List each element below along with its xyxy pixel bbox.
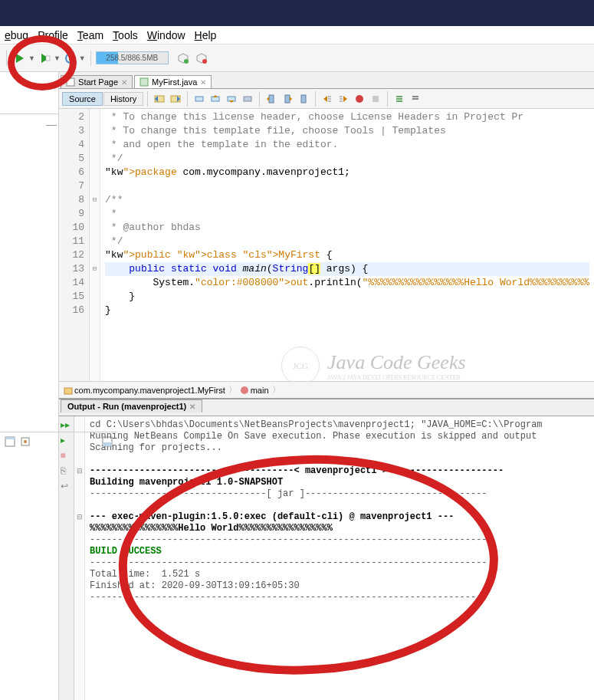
tab-start-page[interactable]: Start Page ✕	[61, 75, 133, 88]
code-content[interactable]: * To change this license header, choose …	[100, 109, 594, 381]
method-icon	[240, 386, 249, 395]
nav-fwd-icon[interactable]	[168, 91, 183, 107]
output-fold-gutter[interactable]: ⊟⊟	[74, 416, 85, 700]
svg-marker-0	[16, 54, 24, 63]
left-sidebar: —	[0, 72, 59, 700]
page-icon	[66, 77, 75, 87]
output-tab[interactable]: Output - Run (mavenproject1) ✕	[61, 399, 202, 412]
svg-rect-8	[5, 437, 15, 439]
svg-marker-26	[267, 97, 269, 101]
profile-button[interactable]	[62, 50, 79, 67]
java-file-icon	[139, 77, 149, 87]
svg-rect-27	[285, 95, 290, 103]
macro-stop-icon[interactable]	[368, 91, 383, 107]
svg-point-38	[356, 95, 363, 103]
tab-myfirst-java[interactable]: MyFirst.java ✕	[134, 75, 212, 88]
svg-point-6	[202, 59, 207, 64]
line-number-gutter: 2345678910111213141516	[59, 109, 90, 381]
svg-rect-12	[103, 442, 112, 446]
menu-bar: ebug Profile Team Tools Window Help	[0, 26, 594, 44]
svg-rect-29	[301, 95, 306, 103]
svg-rect-39	[372, 96, 379, 102]
code-editor[interactable]: 2345678910111213141516 ⊟⊟ * To change th…	[59, 109, 594, 381]
svg-rect-2	[46, 56, 50, 61]
wrap-icon[interactable]: ↩	[61, 481, 73, 493]
output-toolbar: ▸▸ ▸ ■ ⎘ ↩	[59, 416, 74, 700]
breadcrumb-bar: com.mycompany.mavenproject1.MyFirst 〉 ma…	[59, 381, 594, 398]
svg-rect-14	[140, 78, 148, 86]
jcg-logo-icon: JCG	[281, 347, 320, 381]
debug-dropdown-icon[interactable]: ▼	[54, 54, 61, 62]
svg-rect-45	[64, 388, 72, 394]
find-selection-icon[interactable]	[192, 91, 207, 107]
svg-point-5	[184, 59, 189, 64]
debug-button[interactable]	[37, 50, 54, 67]
comment-icon[interactable]	[392, 91, 407, 107]
stop-icon[interactable]: ■	[61, 450, 73, 462]
rerun-icon[interactable]: ▸▸	[61, 419, 73, 432]
svg-point-46	[241, 386, 248, 394]
menu-window[interactable]: Window	[143, 28, 190, 43]
cube-red-icon[interactable]	[193, 50, 210, 67]
svg-marker-4	[69, 56, 73, 61]
find-prev-icon[interactable]	[208, 91, 223, 107]
toggle-bookmark-icon[interactable]	[296, 91, 311, 107]
fold-gutter[interactable]: ⊟⊟	[90, 109, 100, 381]
shift-left-icon[interactable]	[320, 91, 335, 107]
window-icon[interactable]	[5, 436, 15, 447]
svg-marker-30	[323, 96, 327, 102]
panel-toggle-icon[interactable]	[102, 436, 113, 447]
svg-rect-13	[67, 78, 74, 86]
history-view-button[interactable]: History	[103, 92, 143, 106]
close-tab-icon[interactable]: ✕	[200, 78, 206, 87]
memory-indicator[interactable]: 258.5/886.5MB	[96, 51, 169, 64]
editor-toolbar: Source History	[59, 89, 594, 109]
close-output-icon[interactable]: ✕	[189, 403, 195, 411]
toggle-highlight-icon[interactable]	[240, 91, 255, 107]
source-view-button[interactable]: Source	[62, 92, 103, 106]
chevron-right-icon: 〉	[228, 384, 237, 396]
find-next-icon[interactable]	[224, 91, 239, 107]
breadcrumb-method[interactable]: main	[240, 386, 269, 395]
menu-profile[interactable]: Profile	[33, 28, 73, 43]
svg-marker-34	[343, 96, 347, 102]
menu-debug[interactable]: ebug	[0, 28, 33, 43]
main-toolbar: ▼ ▼ ▼ 258.5/886.5MB	[0, 44, 594, 72]
run-button[interactable]	[11, 50, 28, 67]
profile-dropdown-icon[interactable]: ▼	[79, 54, 86, 62]
svg-rect-25	[269, 95, 274, 103]
chevron-right-icon: 〉	[272, 384, 281, 396]
svg-rect-24	[244, 97, 251, 101]
breadcrumb-class[interactable]: com.mycompany.mavenproject1.MyFirst	[64, 386, 225, 395]
menu-team[interactable]: Team	[73, 28, 108, 43]
menu-tools[interactable]: Tools	[108, 28, 143, 43]
macro-record-icon[interactable]	[352, 91, 367, 107]
config-icon[interactable]	[20, 436, 31, 447]
shift-right-icon[interactable]	[336, 91, 351, 107]
package-icon	[64, 386, 73, 395]
output-panel: Output - Run (mavenproject1) ✕ ▸▸ ▸ ■ ⎘ …	[59, 398, 594, 700]
svg-marker-28	[290, 97, 292, 101]
window-titlebar	[0, 0, 594, 26]
uncomment-icon[interactable]	[408, 91, 423, 107]
minimize-sidebar-icon[interactable]: —	[46, 118, 57, 130]
prev-bookmark-icon[interactable]	[264, 91, 279, 107]
output-console[interactable]: cd C:\Users\bhdas\Documents\NetBeansProj…	[85, 416, 594, 700]
nav-back-icon[interactable]	[152, 91, 167, 107]
editor-tab-bar: Start Page ✕ MyFirst.java ✕	[59, 72, 594, 89]
run-dropdown-icon[interactable]: ▼	[28, 54, 35, 62]
svg-point-10	[24, 440, 27, 443]
save-output-icon[interactable]: ⎘	[61, 465, 73, 478]
cube-green-icon[interactable]	[175, 50, 192, 67]
next-bookmark-icon[interactable]	[280, 91, 295, 107]
menu-help[interactable]: Help	[190, 28, 222, 43]
close-tab-icon[interactable]: ✕	[121, 78, 127, 87]
svg-rect-19	[195, 97, 203, 101]
watermark: JCG Java Code Geeks JAVA 2 JAVA DEVELOPE…	[281, 347, 465, 381]
editor-panel: Start Page ✕ MyFirst.java ✕ Source Histo…	[59, 72, 594, 700]
